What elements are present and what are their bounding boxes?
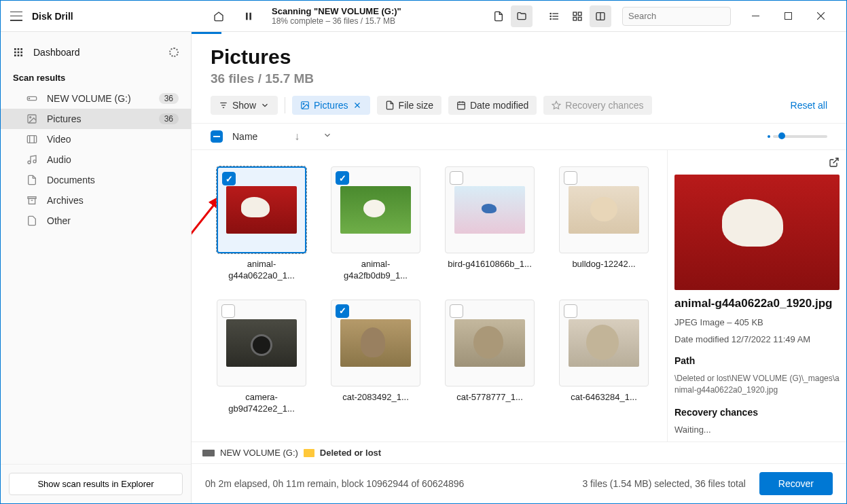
sidebar-item-pictures[interactable]: Pictures36: [1, 109, 191, 129]
filter-filesize[interactable]: File size: [377, 96, 441, 115]
home-icon[interactable]: [208, 5, 230, 27]
sidebar-badge: 36: [159, 113, 179, 124]
grid-view-icon[interactable]: [566, 5, 588, 27]
close-button[interactable]: [806, 5, 835, 27]
maximize-button[interactable]: [773, 5, 803, 27]
thumbnail[interactable]: [445, 300, 535, 386]
svg-point-32: [30, 117, 31, 118]
preview-recovery-title: Recovery chances: [674, 407, 840, 418]
file-card[interactable]: camera-gb9d7422e2_1...: [211, 300, 312, 415]
svg-point-37: [33, 160, 36, 163]
file-card[interactable]: bird-g41610866b_1...: [439, 166, 541, 282]
preview-image: [674, 175, 840, 290]
reset-all-link[interactable]: Reset all: [791, 100, 827, 111]
svg-rect-1: [249, 12, 251, 20]
show-in-explorer-button[interactable]: Show scan results in Explorer: [9, 473, 183, 495]
svg-rect-23: [14, 52, 16, 54]
svg-point-36: [28, 161, 31, 164]
sidebar-item-new-volume-g-[interactable]: NEW VOLUME (G:)36: [1, 88, 191, 109]
minimize-button[interactable]: [740, 5, 770, 27]
file-card[interactable]: animal-g4a2fb0db9_1...: [325, 166, 427, 282]
sort-arrow-icon[interactable]: ↓: [294, 130, 300, 143]
thumbnail[interactable]: [331, 166, 420, 253]
svg-point-5: [550, 13, 551, 14]
drive-icon: [202, 450, 215, 456]
file-checkbox[interactable]: [564, 304, 577, 318]
thumbnail[interactable]: [217, 300, 306, 386]
expand-caret-icon[interactable]: [323, 130, 332, 143]
file-icon[interactable]: [488, 5, 509, 27]
thumbnail[interactable]: [331, 300, 420, 386]
svg-rect-48: [458, 102, 465, 109]
svg-rect-17: [785, 13, 791, 20]
preview-meta: JPEG Image – 405 KB: [674, 317, 840, 327]
breadcrumb-folder[interactable]: Deleted or lost: [320, 448, 381, 458]
file-checkbox[interactable]: [450, 171, 463, 185]
sidebar-item-label: Audio: [47, 154, 179, 165]
archive-icon: [26, 195, 37, 206]
filter-pictures[interactable]: Pictures: [292, 96, 370, 115]
filter-bar: Show Pictures File size Date modified Re…: [192, 96, 846, 123]
pause-icon[interactable]: [238, 5, 259, 27]
search-input[interactable]: [628, 11, 742, 21]
file-checkbox[interactable]: [336, 171, 349, 185]
sidebar-item-label: Other: [47, 215, 179, 226]
calendar-icon: [456, 101, 466, 110]
breadcrumb-drive[interactable]: NEW VOLUME (G:): [220, 448, 298, 458]
sidebar-item-documents[interactable]: Documents: [1, 170, 191, 190]
file-card[interactable]: cat-5778777_1...: [439, 300, 541, 415]
thumbnail[interactable]: [559, 166, 649, 253]
app-name: Disk Drill: [32, 11, 73, 22]
sidebar-badge: 36: [159, 93, 179, 104]
filter-recovery[interactable]: Recovery chances: [543, 96, 651, 115]
sidebar-item-dashboard[interactable]: Dashboard: [1, 41, 191, 63]
picture-icon: [26, 113, 37, 124]
sidebar: Dashboard Scan results NEW VOLUME (G:)36…: [1, 32, 192, 503]
sidebar-item-archives[interactable]: Archives: [1, 190, 191, 211]
page-subtitle: 36 files / 15.7 MB: [211, 71, 827, 86]
sidebar-item-label: Archives: [47, 195, 179, 206]
thumbnail[interactable]: [559, 300, 649, 386]
popout-icon[interactable]: [829, 157, 840, 168]
filter-datemodified[interactable]: Date modified: [448, 96, 537, 115]
column-name[interactable]: Name: [232, 131, 257, 142]
folder-icon[interactable]: [511, 5, 533, 27]
file-checkbox[interactable]: [564, 171, 577, 185]
svg-rect-24: [18, 52, 20, 54]
file-card[interactable]: animal-g44a0622a0_1...: [211, 166, 312, 282]
thumbnail-image: [226, 186, 297, 234]
preview-filename: animal-g44a0622a0_1920.jpg: [674, 297, 840, 310]
select-all-checkbox[interactable]: [211, 130, 223, 143]
svg-point-45: [303, 103, 304, 105]
audio-icon: [26, 154, 37, 165]
file-card[interactable]: cat-2083492_1...: [325, 300, 427, 415]
status-elapsed: 0h 2m elapsed, 0h 11m remain, block 1096…: [205, 478, 582, 489]
sidebar-item-other[interactable]: Other: [1, 211, 191, 231]
search-box[interactable]: [622, 7, 731, 26]
file-card[interactable]: cat-6463284_1...: [553, 300, 655, 415]
file-checkbox[interactable]: [221, 304, 235, 318]
sidebar-item-audio[interactable]: Audio: [1, 149, 191, 170]
svg-rect-21: [18, 48, 20, 50]
columns-view-icon[interactable]: [590, 5, 611, 27]
sidebar-item-video[interactable]: Video: [1, 129, 191, 149]
file-checkbox[interactable]: [336, 304, 349, 318]
file-grid: animal-g44a0622a0_1...animal-g4a2fb0db9_…: [192, 150, 667, 442]
list-header: Name ↓: [192, 123, 846, 150]
recover-button[interactable]: Recover: [759, 472, 833, 495]
scan-subtitle: 18% complete – 36 files / 15.7 MB: [272, 16, 401, 26]
drive-icon: [26, 93, 37, 104]
thumbnail[interactable]: [445, 166, 535, 253]
list-view-icon[interactable]: [543, 5, 565, 27]
zoom-slider[interactable]: [768, 135, 827, 138]
close-icon[interactable]: [353, 101, 362, 110]
menu-icon[interactable]: [10, 12, 22, 21]
file-card[interactable]: bulldog-12242...: [553, 166, 655, 282]
thumbnail[interactable]: [217, 166, 306, 253]
svg-rect-9: [578, 12, 581, 16]
file-name: cat-2083492_1...: [342, 392, 409, 403]
preview-pane: animal-g44a0622a0_1920.jpg JPEG Image – …: [667, 150, 846, 442]
file-checkbox[interactable]: [222, 172, 236, 185]
file-checkbox[interactable]: [450, 304, 463, 318]
show-dropdown[interactable]: Show: [211, 96, 278, 115]
